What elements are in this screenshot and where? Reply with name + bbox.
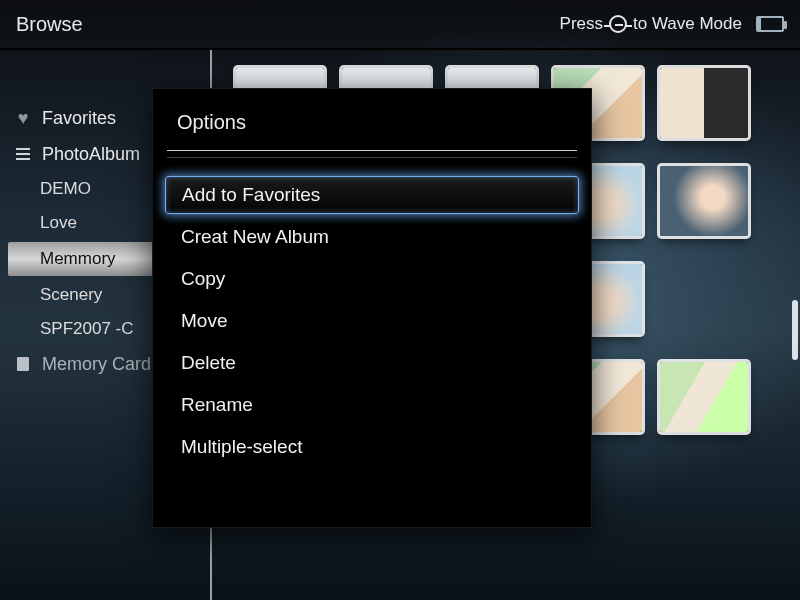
scrollbar-thumb[interactable]	[792, 300, 798, 360]
hint-suffix: to Wave Mode	[633, 14, 742, 34]
divider	[167, 150, 577, 151]
option-add-to-favorites[interactable]: Add to Favorites	[165, 176, 579, 214]
top-bar: Browse Press to Wave Mode	[0, 0, 800, 50]
option-move[interactable]: Move	[165, 302, 579, 340]
options-popup: Options Add to Favorites Creat New Album…	[152, 88, 592, 528]
sidebar-item-label: Love	[40, 213, 77, 233]
option-label: Rename	[181, 394, 253, 416]
divider	[167, 157, 577, 158]
option-copy[interactable]: Copy	[165, 260, 579, 298]
sidebar-item-label: Scenery	[40, 285, 102, 305]
option-label: Delete	[181, 352, 236, 374]
list-icon	[14, 148, 32, 160]
hint-prefix: Press	[560, 14, 603, 34]
option-label: Add to Favorites	[182, 184, 320, 206]
thumbnail[interactable]	[660, 362, 748, 432]
option-label: Move	[181, 310, 227, 332]
thumbnail[interactable]	[660, 68, 748, 138]
popup-title: Options	[161, 111, 583, 150]
sidebar-item-label: SPF2007 -C	[40, 319, 134, 339]
sidebar-item-label: DEMO	[40, 179, 91, 199]
sidebar-item-label: Memmory	[40, 249, 116, 269]
option-multiple-select[interactable]: Multiple-select	[165, 428, 579, 466]
heart-icon: ♥	[14, 109, 32, 127]
sidebar-item-label: Memory Card	[42, 354, 151, 375]
popup-list: Add to Favorites Creat New Album Copy Mo…	[161, 158, 583, 484]
option-label: Creat New Album	[181, 226, 329, 248]
option-label: Copy	[181, 268, 225, 290]
battery-icon	[756, 16, 784, 32]
page-title: Browse	[16, 13, 83, 36]
sidebar-item-label: Favorites	[42, 108, 116, 129]
wave-mode-icon	[609, 15, 627, 33]
option-rename[interactable]: Rename	[165, 386, 579, 424]
top-bar-right: Press to Wave Mode	[560, 14, 784, 34]
option-label: Multiple-select	[181, 436, 302, 458]
option-create-new-album[interactable]: Creat New Album	[165, 218, 579, 256]
sidebar-item-label: PhotoAlbum	[42, 144, 140, 165]
thumbnail[interactable]	[660, 166, 748, 236]
option-delete[interactable]: Delete	[165, 344, 579, 382]
card-icon	[14, 357, 32, 371]
mode-hint: Press to Wave Mode	[560, 14, 742, 34]
